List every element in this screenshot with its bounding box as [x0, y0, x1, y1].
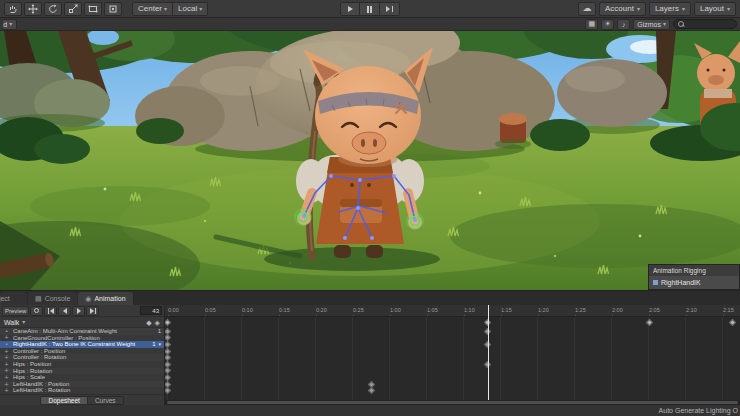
hand-tool-button[interactable] — [4, 2, 22, 16]
preview-toggle-button[interactable]: Preview — [2, 306, 29, 316]
next-key-button[interactable] — [86, 306, 99, 316]
clip-dropdown[interactable]: Walk — [4, 319, 19, 326]
prev-key-button[interactable] — [58, 306, 71, 316]
keyframe-diamond[interactable] — [368, 387, 375, 394]
animation-property-row[interactable]: +Hips : Position — [0, 361, 164, 368]
gizmos-dropdown[interactable]: Gizmos ▾ — [633, 19, 670, 30]
tab-animation[interactable]: ◉ Animation — [78, 292, 132, 305]
keyframe-diamond[interactable] — [165, 387, 171, 394]
animation-rigging-overlay: Animation Rigging RightHandIK — [648, 264, 740, 290]
ruler-tick: 0:05 — [205, 307, 216, 313]
property-name: RightHandIK : Two Bone IK Constraint Wei… — [13, 341, 140, 348]
keyframe-diamond[interactable] — [165, 354, 171, 361]
rect-tool-button[interactable] — [84, 2, 102, 16]
animation-property-row[interactable]: +Hips : Scale — [0, 374, 164, 381]
layout-dropdown[interactable]: Layout ▾ — [694, 2, 736, 16]
main-toolbar: Center ▾ Local ▾ ☁ Account ▾ Layers ▾ — [0, 0, 740, 18]
status-bar: Auto Generate Lighting O — [0, 404, 740, 416]
animation-property-row[interactable]: ▪CaneAim : Multi-Aim Constraint Weight1 — [0, 328, 164, 335]
ruler-tick: 1:25 — [575, 307, 586, 313]
ruler-tick: 1:20 — [538, 307, 549, 313]
layout-label: Layout — [700, 4, 724, 13]
ruler-tick: 2:00 — [612, 307, 623, 313]
account-dropdown[interactable]: Account ▾ — [599, 2, 646, 16]
scene-viewport[interactable] — [0, 31, 740, 290]
layers-label: Layers — [655, 4, 679, 13]
chevron-down-icon: ▾ — [158, 341, 161, 348]
keyframe-diamond[interactable] — [729, 319, 736, 326]
add-keyframe-button[interactable]: ◆ — [146, 319, 151, 326]
chevron-down-icon: ▾ — [727, 6, 730, 12]
rig-icon — [653, 280, 658, 285]
account-label: Account — [605, 4, 634, 13]
constraint-icon: ▪ — [3, 328, 10, 334]
scrollbar-thumb[interactable] — [167, 401, 738, 404]
pause-button[interactable] — [360, 2, 380, 16]
tree-stump[interactable] — [495, 113, 531, 149]
gizmos-label: Gizmos — [637, 21, 661, 28]
grid-toggle-button[interactable]: ▦ — [585, 19, 598, 30]
property-name: CaneAim : Multi-Aim Constraint Weight — [13, 328, 146, 335]
tab-project[interactable]: Project — [0, 292, 27, 305]
layers-dropdown[interactable]: Layers ▾ — [649, 2, 691, 16]
scene-lighting-button[interactable]: ☀ — [601, 19, 614, 30]
scale-tool-icon — [68, 4, 78, 14]
hand-tool-icon — [8, 4, 18, 14]
chevron-down-icon: ▾ — [199, 6, 202, 12]
keyframe-diamond[interactable] — [165, 319, 171, 326]
animation-property-row[interactable]: +Controller : Position — [0, 348, 164, 355]
anim-play-button[interactable] — [72, 306, 85, 316]
animation-property-row[interactable]: +CaneGroundController : Position — [0, 335, 164, 342]
draw-mode-clip: Shaded ▾ — [3, 19, 17, 30]
collab-cloud-button[interactable]: ☁ — [578, 2, 596, 16]
chevron-down-icon: ▾ — [22, 319, 25, 325]
draw-mode-dropdown[interactable]: Shaded ▾ — [3, 19, 17, 30]
character-shadow — [264, 247, 440, 271]
scale-tool-button[interactable] — [64, 2, 82, 16]
keyframe-diamond[interactable] — [165, 374, 171, 381]
tab-console[interactable]: ▤ Console — [28, 292, 77, 305]
animation-left-panel: Preview 43 Walk ▾ ◆ ◈ ▪CaneAim : M — [0, 305, 165, 405]
transform-icon: + — [3, 387, 10, 394]
play-controls — [340, 2, 400, 16]
dopesheet-button[interactable]: Dopesheet — [40, 396, 87, 405]
property-name: Controller : Rotation — [13, 354, 146, 361]
auto-generate-lighting-status[interactable]: Auto Generate Lighting O — [659, 407, 738, 414]
animation-property-row[interactable]: +Hips : Rotation — [0, 368, 164, 375]
pivot-local-button[interactable]: Local ▾ — [173, 2, 208, 16]
add-event-button[interactable]: ◈ — [155, 319, 160, 326]
ruler-tick: 0:00 — [168, 307, 179, 313]
timeline-ruler[interactable]: 0:000:050:100:150:200:251:001:051:101:15… — [165, 305, 740, 317]
scene-search-input[interactable] — [686, 21, 732, 28]
step-button[interactable] — [380, 2, 400, 16]
rig-item-label: RightHandIK — [661, 279, 701, 286]
ruler-tick: 2:15 — [723, 307, 734, 313]
pivot-center-button[interactable]: Center ▾ — [132, 2, 173, 16]
transform-tool-button[interactable] — [104, 2, 122, 16]
animation-property-row[interactable]: +LeftHandIK : Rotation — [0, 387, 164, 394]
property-name: LeftHandIK : Position — [13, 381, 146, 388]
rect-tool-icon — [88, 4, 98, 14]
play-button[interactable] — [340, 2, 360, 16]
current-frame-field[interactable]: 43 — [140, 306, 162, 315]
first-frame-button[interactable] — [44, 306, 57, 316]
curves-button[interactable]: Curves — [88, 396, 124, 405]
horizontal-scrollbar[interactable] — [165, 400, 740, 405]
tab-animation-label: Animation — [94, 295, 125, 302]
tab-console-label: Console — [45, 295, 71, 302]
record-button[interactable] — [30, 306, 43, 316]
animation-property-row[interactable]: +LeftHandIK : Position — [0, 381, 164, 388]
animation-property-row[interactable]: ▪RightHandIK : Two Bone IK Constraint We… — [0, 341, 164, 348]
animation-property-row[interactable]: +Controller : Rotation — [0, 354, 164, 361]
chevron-down-icon: ▾ — [164, 6, 167, 12]
rigging-overlay-item[interactable]: RightHandIK — [649, 276, 739, 289]
playhead[interactable] — [488, 305, 489, 400]
ruler-tick: 0:20 — [316, 307, 327, 313]
dopesheet[interactable] — [165, 317, 740, 400]
scene-toolbar: Shaded ▾ ▦ ☀ ♪ Gizmos ▾ — [0, 18, 740, 31]
rotate-tool-button[interactable] — [44, 2, 62, 16]
move-tool-button[interactable] — [24, 2, 42, 16]
keyframe-diamond[interactable] — [165, 341, 171, 348]
scene-audio-button[interactable]: ♪ — [617, 19, 630, 30]
ruler-tick: 0:15 — [279, 307, 290, 313]
